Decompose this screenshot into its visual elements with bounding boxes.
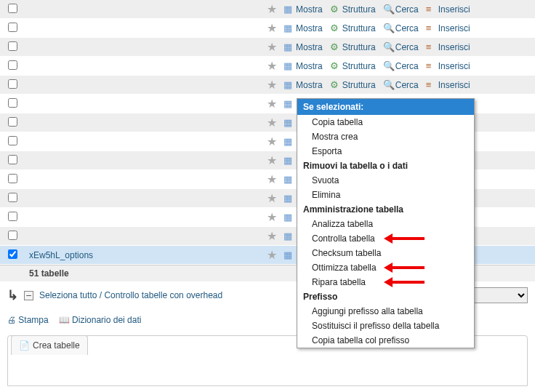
row-checkbox[interactable]: [8, 231, 17, 240]
menu-group-header: Prefisso: [297, 289, 474, 304]
search-icon: 🔍: [383, 4, 393, 15]
menu-item[interactable]: Elimina: [297, 188, 474, 202]
favorite-star-icon[interactable]: ★: [263, 191, 281, 205]
search-link[interactable]: 🔍Cerca: [380, 23, 422, 33]
row-checkbox[interactable]: [8, 4, 17, 13]
menu-item[interactable]: Controlla tabella: [297, 231, 474, 246]
row-checkbox[interactable]: [8, 136, 17, 145]
table-row: ★▦Mostra⚙Struttura🔍Cerca≡Inserisci: [0, 76, 535, 95]
insert-icon: ≡: [426, 42, 436, 52]
toggle-all-icon[interactable]: –: [24, 291, 33, 300]
browse-icon: ▦: [283, 80, 294, 90]
bulk-actions-menu: Se selezionati: Copia tabellaMostra crea…: [297, 98, 475, 348]
favorite-star-icon[interactable]: ★: [263, 135, 281, 148]
favorite-star-icon[interactable]: ★: [263, 248, 281, 262]
menu-item[interactable]: Checksum tabella: [297, 246, 474, 260]
structure-link[interactable]: ⚙Struttura: [327, 80, 379, 90]
browse-icon: ▦: [283, 212, 294, 223]
browse-icon: ▦: [283, 250, 294, 260]
search-icon: 🔍: [383, 80, 393, 90]
browse-link[interactable]: ▦Mostra: [281, 23, 326, 33]
insert-link[interactable]: ≡Inserisci: [423, 80, 473, 90]
structure-link[interactable]: ⚙Struttura: [327, 4, 379, 15]
row-checkbox[interactable]: [8, 212, 17, 221]
structure-link[interactable]: ⚙Struttura: [327, 42, 379, 52]
search-icon: 🔍: [383, 61, 393, 71]
favorite-star-icon[interactable]: ★: [263, 116, 281, 129]
insert-icon: ≡: [426, 23, 436, 33]
browse-icon: ▦: [283, 99, 294, 109]
up-arrow-icon: ↳: [7, 287, 18, 303]
action-label: Mostra: [296, 80, 323, 90]
favorite-star-icon[interactable]: ★: [263, 210, 281, 224]
row-checkbox[interactable]: [8, 23, 17, 32]
insert-icon: ≡: [426, 4, 436, 15]
action-label: Struttura: [342, 80, 376, 90]
search-link[interactable]: 🔍Cerca: [380, 80, 422, 90]
structure-link[interactable]: ⚙Struttura: [327, 61, 379, 71]
table-row: ★▦Mostra⚙Struttura🔍Cerca≡Inserisci: [0, 57, 535, 76]
menu-item[interactable]: Ripara tabella: [297, 275, 474, 289]
row-checkbox[interactable]: [8, 60, 17, 70]
browse-link[interactable]: ▦Mostra: [281, 42, 326, 52]
table-row: ★▦Mostra⚙Struttura🔍Cerca≡Inserisci: [0, 19, 535, 38]
browse-icon: ▦: [283, 23, 294, 33]
menu-item[interactable]: Aggiungi prefisso alla tabella: [297, 304, 474, 319]
select-all-link[interactable]: Seleziona tutto / Controllo tabelle con …: [39, 290, 222, 300]
row-checkbox[interactable]: [8, 41, 17, 51]
menu-item[interactable]: Mostra crea: [297, 129, 474, 144]
favorite-star-icon[interactable]: ★: [263, 21, 281, 35]
search-link[interactable]: 🔍Cerca: [380, 61, 422, 71]
insert-link[interactable]: ≡Inserisci: [423, 4, 473, 15]
search-link[interactable]: 🔍Cerca: [380, 4, 422, 15]
create-table-label: Crea tabelle: [33, 340, 80, 351]
favorite-star-icon[interactable]: ★: [263, 97, 281, 111]
print-label: Stampa: [18, 315, 48, 325]
browse-link[interactable]: ▦Mostra: [281, 61, 326, 71]
action-label: Struttura: [342, 61, 376, 71]
row-checkbox[interactable]: [8, 193, 17, 202]
favorite-star-icon[interactable]: ★: [263, 2, 281, 16]
browse-icon: ▦: [283, 4, 294, 15]
favorite-star-icon[interactable]: ★: [263, 229, 281, 243]
menu-item[interactable]: Esporta: [297, 144, 474, 159]
row-checkbox[interactable]: [8, 79, 17, 89]
favorite-star-icon[interactable]: ★: [263, 78, 281, 92]
menu-item[interactable]: Copia tabella: [297, 115, 474, 129]
row-checkbox[interactable]: [8, 98, 17, 108]
row-checkbox[interactable]: [8, 249, 17, 259]
row-checkbox[interactable]: [8, 155, 17, 164]
action-label: Struttura: [342, 42, 376, 52]
data-dictionary-link[interactable]: 📖 Dizionario dei dati: [59, 315, 142, 325]
table-row: ★▦Mostra⚙Struttura🔍Cerca≡Inserisci: [0, 0, 535, 19]
menu-item[interactable]: Copia tabella col prefisso: [297, 333, 474, 348]
action-label: Inserisci: [438, 80, 470, 90]
insert-link[interactable]: ≡Inserisci: [423, 61, 473, 71]
browse-icon: ▦: [283, 175, 294, 185]
print-link[interactable]: 🖨 Stampa: [7, 315, 49, 325]
favorite-star-icon[interactable]: ★: [263, 172, 281, 186]
action-label: Inserisci: [438, 61, 470, 71]
menu-item[interactable]: Analizza tabella: [297, 217, 474, 231]
search-link[interactable]: 🔍Cerca: [380, 42, 422, 52]
browse-link[interactable]: ▦Mostra: [281, 4, 326, 15]
menu-item[interactable]: Sostituisci il prefisso della tabella: [297, 319, 474, 333]
structure-icon: ⚙: [330, 80, 340, 90]
insert-link[interactable]: ≡Inserisci: [423, 42, 473, 52]
table-name[interactable]: xEw5hL_options: [25, 250, 263, 260]
favorite-star-icon[interactable]: ★: [263, 40, 281, 54]
browse-icon: ▦: [283, 42, 294, 52]
dictionary-icon: 📖: [59, 315, 70, 325]
insert-link[interactable]: ≡Inserisci: [423, 23, 473, 33]
menu-item[interactable]: Svuota: [297, 173, 474, 188]
action-label: Cerca: [395, 80, 419, 90]
row-checkbox[interactable]: [8, 117, 17, 127]
favorite-star-icon[interactable]: ★: [263, 59, 281, 73]
structure-link[interactable]: ⚙Struttura: [327, 23, 379, 33]
structure-icon: ⚙: [330, 42, 340, 52]
menu-item[interactable]: Ottimizza tabella: [297, 260, 474, 275]
create-table-tab[interactable]: 📄 Crea tabelle: [11, 335, 88, 355]
row-checkbox[interactable]: [8, 174, 17, 183]
browse-link[interactable]: ▦Mostra: [281, 80, 326, 90]
favorite-star-icon[interactable]: ★: [263, 153, 281, 167]
